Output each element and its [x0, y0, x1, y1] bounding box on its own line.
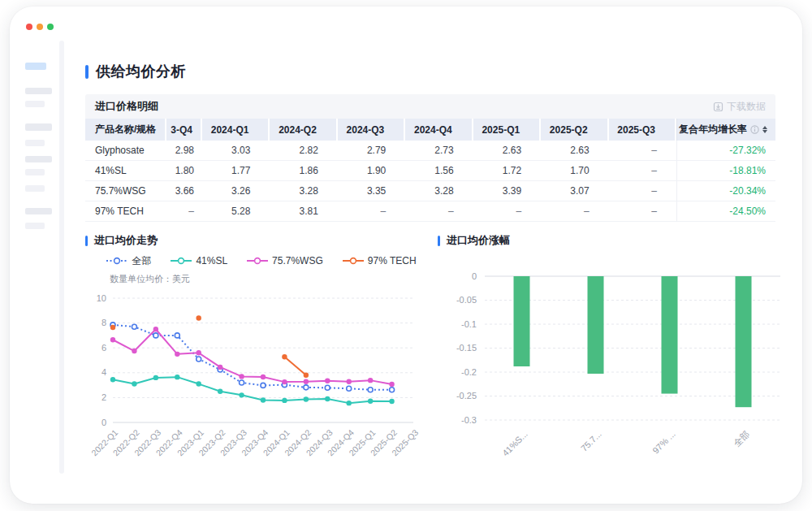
legend-label: 全部 [132, 254, 151, 268]
line-chart-subtitle: 数量单位均价：美元 [110, 273, 438, 285]
sort-icon[interactable] [762, 126, 767, 133]
column-header: 2024-Q4 [405, 119, 473, 141]
price-cell: 3.26 [202, 181, 270, 201]
price-cell: 3.03 [202, 141, 270, 161]
download-icon [713, 102, 723, 112]
price-cell: 1.70 [541, 161, 608, 181]
import-price-table-card: 进口价格明细 下载数据 产品名称/规格3-Q42024-Q12024-Q2202… [85, 94, 775, 222]
price-cell: 3.81 [270, 201, 337, 222]
line-chart-title: 进口均价走势 [94, 233, 158, 248]
column-header: 产品名称/规格 [85, 119, 166, 141]
price-cell: – [473, 201, 541, 222]
svg-text:97% ...: 97% ... [650, 429, 677, 456]
price-cell: 3.39 [473, 181, 541, 201]
column-header-cagr: 复合年均增长率 [676, 119, 775, 141]
svg-text:75.7...: 75.7... [579, 429, 603, 453]
column-header: 2025-Q2 [541, 119, 608, 141]
legend-label: 97% TECH [368, 255, 417, 266]
svg-text:2: 2 [102, 392, 106, 402]
column-header-label: 2025-Q3 [617, 124, 655, 136]
product-name-cell: 97% TECH [85, 201, 166, 222]
cagr-cell: -24.50% [676, 201, 775, 222]
info-icon[interactable] [750, 125, 759, 134]
download-data-button[interactable]: 下载数据 [713, 100, 766, 114]
cagr-cell: -18.81% [676, 161, 775, 181]
zoom-window-button[interactable] [47, 24, 54, 30]
price-cell: 3.35 [338, 181, 405, 201]
svg-text:-0.1: -0.1 [461, 319, 477, 329]
table-header-row: 产品名称/规格3-Q42024-Q12024-Q22024-Q32024-Q42… [85, 119, 775, 141]
sidebar-item[interactable] [25, 208, 52, 214]
column-header: 2025-Q1 [473, 119, 541, 141]
column-header: 2024-Q3 [338, 119, 405, 141]
legend-item[interactable]: 41%SL [171, 255, 227, 266]
column-header: 2025-Q3 [609, 119, 676, 141]
product-name-cell: 75.7%WSG [85, 181, 166, 201]
price-cell: 2.82 [270, 141, 337, 161]
sidebar-item[interactable] [25, 140, 45, 146]
legend-item[interactable]: 97% TECH [343, 255, 417, 266]
chart-legend: 全部41%SL75.7%WSG97% TECH [85, 254, 438, 267]
price-cell: 2.73 [405, 141, 473, 161]
line-chart-panel: 进口均价走势 全部41%SL75.7%WSG97% TECH 数量单位均价：美元… [85, 233, 438, 466]
table-body: Glyphosate2.983.032.822.792.732.632.63–-… [85, 141, 775, 222]
price-cell: 5.28 [202, 201, 270, 222]
svg-text:6: 6 [102, 343, 106, 353]
price-cell: 3.28 [270, 181, 337, 201]
sidebar-item[interactable] [25, 123, 52, 131]
sidebar-divider [59, 41, 64, 474]
table-section-title: 进口价格明细 [95, 99, 158, 114]
chart-accent-bar [438, 236, 440, 246]
sidebar-item[interactable] [25, 156, 52, 162]
sidebar-item[interactable] [25, 223, 45, 229]
svg-text:4: 4 [102, 367, 106, 377]
cagr-cell: -20.34% [676, 181, 775, 201]
svg-text:10: 10 [97, 293, 106, 303]
table-section-header: 进口价格明细 下载数据 [85, 94, 775, 119]
column-header: 2024-Q2 [270, 119, 337, 141]
svg-text:41%S...: 41%S... [500, 429, 529, 458]
app-window: 供给均价分析 进口价格明细 下载数据 产品名称/规格3-Q42024-Q1202… [10, 6, 802, 504]
line-chart-svg: 02468102022-Q12022-Q22022-Q32022-Q42023-… [85, 285, 438, 466]
sidebar-item[interactable] [25, 169, 45, 175]
price-cell: 1.80 [166, 161, 202, 181]
column-header-label: 2024-Q3 [347, 124, 385, 136]
column-header: 3-Q4 [166, 119, 202, 141]
legend-item[interactable]: 全部 [106, 254, 151, 268]
bar-chart-svg: 0-0.05-0.1-0.15-0.2-0.25-0.341%S...75.7.… [438, 248, 785, 461]
price-cell: 1.72 [473, 161, 541, 181]
page-title: 供给均价分析 [96, 62, 186, 81]
column-header-label: 3-Q4 [171, 124, 192, 136]
bar-chart-title: 进口均价涨幅 [447, 233, 510, 248]
price-cell: 3.28 [405, 181, 473, 201]
sidebar-item[interactable] [25, 88, 52, 94]
svg-text:8: 8 [102, 318, 106, 327]
price-cell: – [405, 201, 473, 222]
column-header: 2024-Q1 [202, 119, 270, 141]
price-cell: 2.79 [338, 141, 405, 161]
sidebar-item[interactable] [25, 185, 45, 192]
legend-marker-icon [343, 257, 364, 265]
price-cell: 3.66 [166, 181, 202, 201]
minimize-window-button[interactable] [37, 24, 43, 30]
legend-item[interactable]: 75.7%WSG [247, 255, 323, 266]
price-cell: – [166, 201, 202, 222]
sidebar-item[interactable] [25, 101, 45, 107]
column-header-label: 2025-Q2 [550, 124, 588, 136]
column-header-label: 2025-Q1 [482, 124, 520, 136]
product-name-cell: 41%SL [85, 161, 166, 181]
column-header-label: 复合年均增长率 [679, 123, 747, 136]
sidebar-item-active[interactable] [25, 63, 46, 70]
price-cell: 1.86 [270, 161, 337, 181]
close-window-button[interactable] [26, 24, 32, 30]
price-cell: 2.63 [541, 141, 608, 161]
price-cell: 2.98 [166, 141, 202, 161]
legend-label: 41%SL [196, 255, 227, 266]
window-controls [26, 24, 54, 30]
price-cell: 2.63 [473, 141, 541, 161]
svg-text:-0.15: -0.15 [456, 343, 477, 353]
price-cell: – [609, 181, 676, 201]
page-header: 供给均价分析 [85, 62, 785, 81]
svg-text:-0.3: -0.3 [461, 415, 477, 425]
svg-text:-0.25: -0.25 [456, 391, 477, 401]
